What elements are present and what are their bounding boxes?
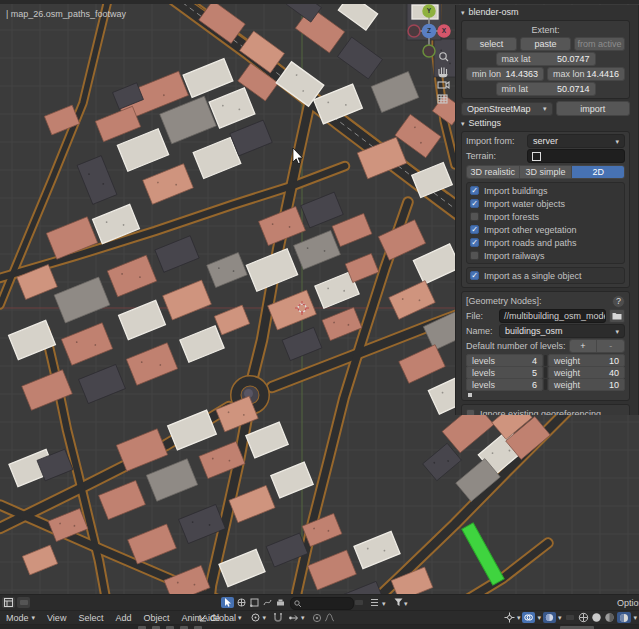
camera-toggle-icon[interactable] <box>274 597 287 608</box>
mesh-toggle-icon[interactable] <box>248 597 261 608</box>
roof-vent <box>440 50 442 52</box>
mode-segmented-control: 3D realistic 3D simple 2D <box>466 165 625 179</box>
import-option-row[interactable]: ✓Import roads and paths <box>470 237 621 248</box>
list-scrollbar[interactable] <box>544 379 547 390</box>
mesh-icon <box>250 598 259 607</box>
single-object-row[interactable]: ✓ Import as a single object <box>470 270 621 281</box>
chevron-down-icon[interactable]: ▾ <box>404 600 408 607</box>
select-button[interactable]: select <box>466 37 517 51</box>
mode-2d-button[interactable]: 2D <box>572 166 624 178</box>
shading-sphere-icon[interactable] <box>543 612 556 623</box>
snap-with-icon[interactable] <box>288 613 299 623</box>
show-gizmo-icon[interactable] <box>504 612 515 623</box>
list-resize-grip[interactable] <box>468 393 472 397</box>
cursor-select-icon <box>224 598 232 607</box>
checkbox-unchecked-icon[interactable] <box>466 409 475 415</box>
shading-rendered-icon[interactable] <box>617 612 631 623</box>
name-dropdown[interactable]: buildings_osm ▾ <box>499 324 625 338</box>
list-scrollbar[interactable] <box>544 355 547 366</box>
select-mode-toggle-icon[interactable] <box>221 597 234 608</box>
import-button[interactable]: import <box>556 101 630 116</box>
import-option-row[interactable]: Import railways <box>470 250 621 261</box>
search-input[interactable] <box>290 597 354 610</box>
panel-header-settings[interactable]: ▾ Settings <box>461 118 630 128</box>
checkbox-unchecked-icon[interactable] <box>470 251 479 260</box>
list-scrollbar[interactable] <box>544 367 547 378</box>
gizmo-axis-neg[interactable] <box>423 45 435 57</box>
chevron-down-icon: ▾ <box>263 614 267 621</box>
extent-box: Extent: select paste from active max lat… <box>461 20 630 99</box>
georeferencing-label: Ignore existing georeferencing <box>480 409 601 416</box>
settings-box: Import from: server ▾ Terrain: 3D realis… <box>461 131 630 288</box>
max-lat-field[interactable]: max lat 50.0747 <box>496 52 596 66</box>
settings-title: Settings <box>469 118 502 128</box>
panel-header-blender-osm[interactable]: ▾ blender-osm <box>461 7 630 17</box>
proportional-edit-icon[interactable] <box>312 613 322 623</box>
editor-type-icon[interactable] <box>2 597 15 608</box>
file-label: File: <box>466 311 496 321</box>
import-option-row[interactable]: ✓Import water objects <box>470 198 621 209</box>
list-icon <box>370 598 379 607</box>
options-button[interactable]: Options <box>617 598 639 608</box>
menu-object[interactable]: Object <box>137 611 175 624</box>
chevron-down-icon: ▾ <box>615 138 619 145</box>
menu-view[interactable]: View <box>41 611 72 624</box>
help-icon[interactable]: ? <box>612 295 625 308</box>
from-active-button[interactable]: from active <box>574 37 625 51</box>
chevron-down-icon[interactable]: ▾ <box>382 600 386 607</box>
import-option-row[interactable]: Import forests <box>470 211 621 222</box>
checkbox-checked-icon[interactable]: ✓ <box>470 238 479 247</box>
shading-wireframe-icon[interactable] <box>578 612 589 623</box>
editor-toggle-icon[interactable] <box>17 597 30 608</box>
checkbox-checked-icon[interactable]: ✓ <box>470 186 479 195</box>
import-option-row[interactable]: ✓Import buildings <box>470 185 621 196</box>
paste-button[interactable]: paste <box>520 37 571 51</box>
sidebar-addon-panel: ▾ blender-osm Extent: select paste from … <box>455 5 639 415</box>
printer-icon <box>276 599 285 607</box>
checkbox-checked-icon[interactable]: ✓ <box>470 199 479 208</box>
georeferencing-row[interactable]: Ignore existing georeferencing <box>466 408 625 415</box>
xray-toggle-icon[interactable] <box>563 612 576 623</box>
folder-icon <box>612 312 622 320</box>
terrain-field[interactable] <box>527 149 625 163</box>
remove-level-button[interactable]: - <box>597 340 624 352</box>
import-option-label: Import buildings <box>484 186 548 196</box>
roof-vent <box>449 63 451 65</box>
falloff-curve-icon[interactable] <box>324 613 335 622</box>
checkbox-checked-icon[interactable]: ✓ <box>470 271 479 280</box>
pivot-point-icon[interactable] <box>250 612 261 623</box>
format-dropdown[interactable]: OpenStreetMap ▾ <box>461 102 553 116</box>
mode-3d-realistic-button[interactable]: 3D realistic <box>467 166 520 178</box>
transform-orientation-dropdown[interactable]: Global <box>210 613 236 623</box>
snap-magnet-icon[interactable] <box>273 612 283 623</box>
min-lon-field[interactable]: min lon 14.4363 <box>466 67 544 81</box>
menu-mode[interactable]: Mode▾ <box>0 611 41 624</box>
panel-title: blender-osm <box>469 7 519 17</box>
checkbox-checked-icon[interactable]: ✓ <box>470 225 479 234</box>
menu-select[interactable]: Select <box>72 611 109 624</box>
file-path-field[interactable]: //multibuilding_osm_models.blend <box>499 309 606 323</box>
max-lon-field[interactable]: max lon 14.4416 <box>547 67 625 81</box>
show-overlays-icon[interactable] <box>522 612 535 623</box>
collection-list-icon[interactable] <box>368 597 381 608</box>
filter-exclude-icon[interactable] <box>352 597 365 608</box>
viewport-editor-icon <box>4 598 13 607</box>
geometry-nodes-box: [Geometry Nodes]: ? File: //multibuildin… <box>461 291 630 401</box>
gizmo-axis-neg[interactable] <box>408 25 420 37</box>
import-option-label: Import other vegetation <box>484 225 577 235</box>
menu-add[interactable]: Add <box>109 611 137 624</box>
import-option-row[interactable]: ✓Import other vegetation <box>470 224 621 235</box>
weight-field[interactable]: weight10 <box>548 378 625 391</box>
terrain-label: Terrain: <box>466 151 524 161</box>
import-from-dropdown[interactable]: server ▾ <box>527 134 625 148</box>
curve-toggle-icon[interactable] <box>261 597 274 608</box>
object-visibility-toggle-icon[interactable] <box>235 597 248 608</box>
min-lat-field[interactable]: min lat 50.0714 <box>496 82 596 96</box>
shading-solid-icon[interactable] <box>591 612 602 623</box>
checkbox-unchecked-icon[interactable] <box>470 212 479 221</box>
file-browse-button[interactable] <box>609 309 625 323</box>
levels-field[interactable]: levels6 <box>466 378 543 391</box>
mode-3d-simple-button[interactable]: 3D simple <box>520 166 573 178</box>
shading-material-icon[interactable] <box>604 612 615 623</box>
add-level-button[interactable]: + <box>570 340 598 352</box>
